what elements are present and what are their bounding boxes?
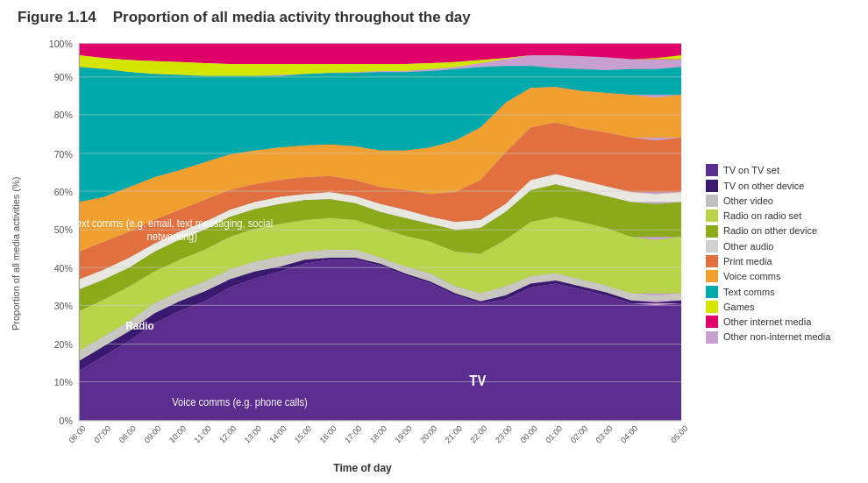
legend-label-text: TV on other device	[723, 180, 804, 192]
chart-title: Figure 1.14 Proportion of all media acti…	[9, 9, 859, 26]
legend-label-text: TV on TV set	[723, 164, 779, 176]
legend-color-box	[706, 210, 718, 222]
legend-item: Voice comms	[706, 270, 859, 282]
svg-text:13:00: 13:00	[243, 423, 263, 444]
figure-number: Figure 1.14	[18, 9, 96, 25]
x-axis-label: Time of day	[28, 462, 697, 474]
legend-item: Text comms	[706, 286, 859, 298]
svg-text:90%: 90%	[54, 72, 73, 82]
svg-text:14:00: 14:00	[268, 423, 288, 444]
svg-text:17:00: 17:00	[344, 423, 364, 444]
svg-text:Voice comms (e.g. phone calls): Voice comms (e.g. phone calls)	[172, 396, 308, 407]
svg-text:Text comms (e.g. email, text m: Text comms (e.g. email, text messaging, …	[71, 218, 273, 229]
svg-text:00:00: 00:00	[519, 423, 539, 444]
svg-text:30%: 30%	[54, 301, 73, 311]
legend-color-box	[706, 301, 718, 313]
legend-label-text: Other internet media	[723, 316, 811, 328]
svg-text:70%: 70%	[54, 148, 73, 159]
chart-svg: 0% 10% 20% 30% 40% 50% 60% 70% 80% 90% 1…	[28, 33, 697, 460]
svg-text:20%: 20%	[54, 339, 73, 350]
svg-text:23:00: 23:00	[494, 423, 514, 444]
legend-label-text: Radio on radio set	[723, 210, 801, 222]
legend-label-text: Voice comms	[723, 270, 780, 282]
legend-color-box	[706, 286, 718, 298]
legend-color-box	[706, 180, 718, 192]
svg-text:02:00: 02:00	[569, 423, 589, 444]
svg-text:15:00: 15:00	[293, 423, 313, 444]
legend-item: Other internet media	[706, 316, 859, 328]
legend-item: TV on other device	[706, 180, 859, 192]
svg-text:18:00: 18:00	[368, 423, 388, 444]
legend-label-text: Games	[723, 301, 754, 313]
svg-text:TV: TV	[469, 373, 487, 389]
legend-label-text: Radio on other device	[723, 224, 817, 237]
legend-color-box	[706, 240, 718, 252]
svg-text:Radio: Radio	[125, 319, 153, 331]
svg-text:19:00: 19:00	[394, 423, 414, 444]
legend-color-box	[706, 255, 718, 267]
legend-item: Other video	[706, 195, 859, 207]
chart-with-legend: 0% 10% 20% 30% 40% 50% 60% 70% 80% 90% 1…	[28, 33, 859, 474]
chart-area: Proportion of all media activities (%)	[9, 33, 859, 474]
svg-text:0%: 0%	[60, 416, 74, 426]
legend-label-text: Other non-internet media	[723, 330, 830, 343]
legend-label-text: Other video	[723, 195, 773, 207]
svg-text:10:00: 10:00	[167, 423, 188, 444]
legend-label-text: Text comms	[723, 286, 775, 298]
svg-text:03:00: 03:00	[594, 423, 615, 444]
legend-item: Other non-internet media	[706, 330, 859, 343]
legend-color-box	[706, 225, 718, 238]
svg-text:21:00: 21:00	[444, 423, 464, 444]
legend-item: Games	[706, 301, 859, 313]
svg-text:09:00: 09:00	[143, 423, 163, 444]
legend-item: Radio on other device	[706, 224, 859, 237]
legend-color-box	[706, 270, 718, 282]
legend-color-box	[706, 331, 718, 344]
svg-text:80%: 80%	[54, 110, 73, 120]
legend-color-box	[706, 316, 718, 328]
chart-legend: TV on TV setTV on other deviceOther vide…	[697, 33, 859, 474]
legend-item: Radio on radio set	[706, 210, 859, 222]
svg-text:10%: 10%	[54, 377, 73, 387]
svg-text:20:00: 20:00	[418, 423, 438, 444]
svg-text:40%: 40%	[54, 262, 73, 273]
chart-svg-wrap: 0% 10% 20% 30% 40% 50% 60% 70% 80% 90% 1…	[28, 33, 697, 460]
legend-color-box	[706, 195, 718, 207]
svg-text:100%: 100%	[49, 39, 73, 49]
legend-label-text: Print media	[723, 255, 772, 267]
legend-item: Print media	[706, 255, 859, 267]
svg-text:50%: 50%	[54, 224, 73, 234]
svg-text:08:00: 08:00	[117, 423, 138, 444]
page-container: Figure 1.14 Proportion of all media acti…	[0, 0, 868, 483]
legend-color-box	[706, 164, 718, 176]
svg-text:60%: 60%	[54, 186, 73, 196]
legend-item: Other audio	[706, 240, 859, 252]
svg-text:07:00: 07:00	[92, 423, 112, 444]
y-axis-label: Proportion of all media activities (%)	[9, 33, 28, 474]
svg-text:networking): networking)	[147, 231, 198, 241]
title-text: Proportion of all media activity through…	[113, 9, 471, 25]
legend-label-text: Other audio	[723, 240, 773, 252]
svg-text:22:00: 22:00	[469, 423, 489, 444]
svg-text:06:00: 06:00	[68, 423, 88, 444]
svg-text:16:00: 16:00	[318, 423, 338, 444]
svg-text:05:00: 05:00	[670, 423, 690, 444]
svg-text:01:00: 01:00	[544, 423, 564, 444]
svg-text:11:00: 11:00	[193, 423, 213, 444]
chart-container: 0% 10% 20% 30% 40% 50% 60% 70% 80% 90% 1…	[28, 33, 697, 474]
legend-item: TV on TV set	[706, 164, 859, 176]
svg-text:04:00: 04:00	[619, 423, 639, 444]
svg-text:12:00: 12:00	[218, 423, 238, 444]
